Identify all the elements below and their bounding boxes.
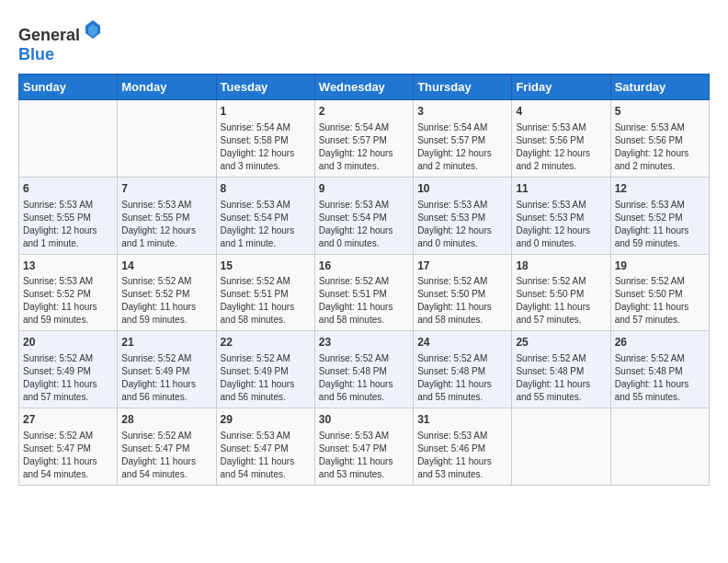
day-number: 8 [221, 181, 311, 197]
day-number: 16 [319, 259, 409, 274]
day-number: 21 [121, 335, 211, 350]
calendar-cell: 18Sunrise: 5:52 AM Sunset: 5:50 PM Dayli… [512, 254, 610, 331]
calendar-cell: 8Sunrise: 5:53 AM Sunset: 5:54 PM Daylig… [216, 177, 314, 254]
day-info: Sunrise: 5:54 AM Sunset: 5:58 PM Dayligh… [221, 121, 311, 173]
weekday-header-monday: Monday [118, 75, 216, 100]
calendar-cell: 15Sunrise: 5:52 AM Sunset: 5:51 PM Dayli… [216, 254, 314, 331]
day-info: Sunrise: 5:53 AM Sunset: 5:52 PM Dayligh… [23, 275, 113, 327]
calendar-cell: 7Sunrise: 5:53 AM Sunset: 5:55 PM Daylig… [118, 177, 216, 254]
calendar-cell: 6Sunrise: 5:53 AM Sunset: 5:55 PM Daylig… [19, 177, 118, 254]
day-number: 4 [516, 104, 606, 120]
day-info: Sunrise: 5:53 AM Sunset: 5:47 PM Dayligh… [221, 430, 311, 481]
calendar-table: SundayMondayTuesdayWednesdayThursdayFrid… [18, 74, 710, 486]
day-info: Sunrise: 5:53 AM Sunset: 5:55 PM Dayligh… [121, 199, 211, 250]
calendar-cell: 21Sunrise: 5:52 AM Sunset: 5:49 PM Dayli… [118, 331, 216, 408]
logo-text: General Blue [18, 18, 104, 64]
day-number: 2 [319, 104, 409, 120]
weekday-header-sunday: Sunday [19, 75, 118, 100]
calendar-cell: 11Sunrise: 5:53 AM Sunset: 5:53 PM Dayli… [512, 177, 610, 254]
calendar-cell: 2Sunrise: 5:54 AM Sunset: 5:57 PM Daylig… [314, 100, 413, 178]
day-number: 14 [121, 259, 211, 274]
day-number: 3 [417, 104, 507, 120]
day-number: 29 [221, 412, 311, 428]
logo-blue: Blue [18, 45, 54, 63]
day-info: Sunrise: 5:53 AM Sunset: 5:54 PM Dayligh… [221, 199, 311, 250]
weekday-header-wednesday: Wednesday [314, 75, 413, 100]
day-number: 19 [615, 259, 705, 274]
calendar-week-4: 20Sunrise: 5:52 AM Sunset: 5:49 PM Dayli… [19, 331, 710, 408]
weekday-header-saturday: Saturday [610, 75, 709, 100]
day-info: Sunrise: 5:52 AM Sunset: 5:52 PM Dayligh… [121, 275, 211, 327]
day-info: Sunrise: 5:52 AM Sunset: 5:49 PM Dayligh… [221, 352, 311, 404]
day-number: 18 [516, 259, 606, 274]
day-info: Sunrise: 5:53 AM Sunset: 5:47 PM Dayligh… [319, 430, 409, 481]
logo: General Blue [18, 18, 104, 64]
logo-icon [82, 18, 104, 40]
day-info: Sunrise: 5:52 AM Sunset: 5:47 PM Dayligh… [23, 430, 113, 481]
calendar-cell: 4Sunrise: 5:53 AM Sunset: 5:56 PM Daylig… [512, 100, 610, 178]
calendar-cell: 9Sunrise: 5:53 AM Sunset: 5:54 PM Daylig… [314, 177, 413, 254]
calendar-cell: 19Sunrise: 5:52 AM Sunset: 5:50 PM Dayli… [610, 254, 709, 331]
day-info: Sunrise: 5:52 AM Sunset: 5:50 PM Dayligh… [615, 275, 705, 327]
calendar-cell: 28Sunrise: 5:52 AM Sunset: 5:47 PM Dayli… [118, 408, 216, 486]
weekday-header-thursday: Thursday [414, 75, 512, 100]
page-header: General Blue [18, 18, 710, 64]
day-number: 12 [615, 181, 705, 197]
weekday-header-row: SundayMondayTuesdayWednesdayThursdayFrid… [19, 75, 710, 100]
calendar-cell: 17Sunrise: 5:52 AM Sunset: 5:50 PM Dayli… [414, 254, 512, 331]
day-info: Sunrise: 5:53 AM Sunset: 5:55 PM Dayligh… [23, 199, 113, 250]
day-number: 27 [23, 412, 113, 428]
day-info: Sunrise: 5:52 AM Sunset: 5:48 PM Dayligh… [615, 352, 705, 404]
day-info: Sunrise: 5:52 AM Sunset: 5:48 PM Dayligh… [516, 352, 606, 404]
day-number: 30 [319, 412, 409, 428]
calendar-week-5: 27Sunrise: 5:52 AM Sunset: 5:47 PM Dayli… [19, 408, 710, 486]
day-info: Sunrise: 5:53 AM Sunset: 5:53 PM Dayligh… [516, 199, 606, 250]
day-number: 15 [221, 259, 311, 274]
weekday-header-tuesday: Tuesday [216, 75, 314, 100]
day-info: Sunrise: 5:53 AM Sunset: 5:56 PM Dayligh… [615, 121, 705, 173]
calendar-cell [118, 100, 216, 178]
day-number: 20 [23, 335, 113, 350]
calendar-cell: 13Sunrise: 5:53 AM Sunset: 5:52 PM Dayli… [19, 254, 118, 331]
day-info: Sunrise: 5:53 AM Sunset: 5:52 PM Dayligh… [615, 199, 705, 250]
calendar-cell [19, 100, 118, 178]
calendar-cell: 1Sunrise: 5:54 AM Sunset: 5:58 PM Daylig… [216, 100, 314, 178]
calendar-cell: 23Sunrise: 5:52 AM Sunset: 5:48 PM Dayli… [314, 331, 413, 408]
day-info: Sunrise: 5:54 AM Sunset: 5:57 PM Dayligh… [417, 121, 507, 173]
day-info: Sunrise: 5:52 AM Sunset: 5:51 PM Dayligh… [319, 275, 409, 327]
day-info: Sunrise: 5:53 AM Sunset: 5:54 PM Dayligh… [319, 199, 409, 250]
calendar-cell [512, 408, 610, 486]
day-number: 5 [615, 104, 705, 120]
day-info: Sunrise: 5:52 AM Sunset: 5:47 PM Dayligh… [121, 430, 211, 481]
calendar-cell: 24Sunrise: 5:52 AM Sunset: 5:48 PM Dayli… [414, 331, 512, 408]
calendar-week-2: 6Sunrise: 5:53 AM Sunset: 5:55 PM Daylig… [19, 177, 710, 254]
calendar-week-3: 13Sunrise: 5:53 AM Sunset: 5:52 PM Dayli… [19, 254, 710, 331]
day-info: Sunrise: 5:52 AM Sunset: 5:49 PM Dayligh… [121, 352, 211, 404]
calendar-week-1: 1Sunrise: 5:54 AM Sunset: 5:58 PM Daylig… [19, 100, 710, 178]
day-info: Sunrise: 5:53 AM Sunset: 5:56 PM Dayligh… [516, 121, 606, 173]
calendar-cell: 12Sunrise: 5:53 AM Sunset: 5:52 PM Dayli… [610, 177, 709, 254]
day-number: 10 [417, 181, 507, 197]
day-number: 26 [615, 335, 705, 350]
calendar-cell [610, 408, 709, 486]
calendar-cell: 29Sunrise: 5:53 AM Sunset: 5:47 PM Dayli… [216, 408, 314, 486]
day-info: Sunrise: 5:54 AM Sunset: 5:57 PM Dayligh… [319, 121, 409, 173]
day-info: Sunrise: 5:52 AM Sunset: 5:50 PM Dayligh… [417, 275, 507, 327]
calendar-cell: 25Sunrise: 5:52 AM Sunset: 5:48 PM Dayli… [512, 331, 610, 408]
day-info: Sunrise: 5:52 AM Sunset: 5:50 PM Dayligh… [516, 275, 606, 327]
day-number: 25 [516, 335, 606, 350]
day-info: Sunrise: 5:53 AM Sunset: 5:53 PM Dayligh… [417, 199, 507, 250]
day-info: Sunrise: 5:52 AM Sunset: 5:48 PM Dayligh… [319, 352, 409, 404]
day-info: Sunrise: 5:52 AM Sunset: 5:48 PM Dayligh… [417, 352, 507, 404]
day-number: 9 [319, 181, 409, 197]
calendar-cell: 30Sunrise: 5:53 AM Sunset: 5:47 PM Dayli… [314, 408, 413, 486]
calendar-cell: 3Sunrise: 5:54 AM Sunset: 5:57 PM Daylig… [414, 100, 512, 178]
day-number: 23 [319, 335, 409, 350]
calendar-cell: 10Sunrise: 5:53 AM Sunset: 5:53 PM Dayli… [414, 177, 512, 254]
calendar-cell: 5Sunrise: 5:53 AM Sunset: 5:56 PM Daylig… [610, 100, 709, 178]
calendar-cell: 16Sunrise: 5:52 AM Sunset: 5:51 PM Dayli… [314, 254, 413, 331]
weekday-header-friday: Friday [512, 75, 610, 100]
day-number: 13 [23, 259, 113, 274]
day-number: 7 [121, 181, 211, 197]
day-number: 1 [221, 104, 311, 120]
